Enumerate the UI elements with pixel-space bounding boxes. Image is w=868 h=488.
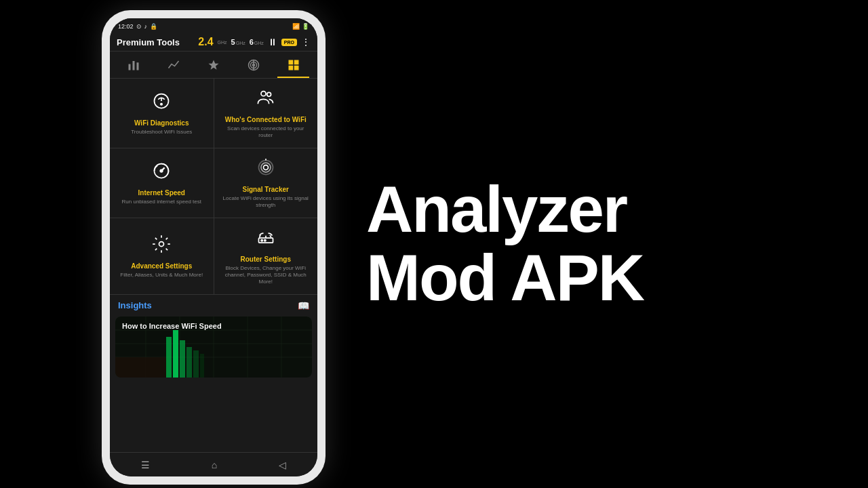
svg-rect-1: [133, 61, 135, 70]
svg-rect-11: [294, 65, 298, 70]
svg-rect-41: [193, 350, 199, 378]
router-settings-title: Router Settings: [241, 256, 291, 263]
nav-back-button[interactable]: ◁: [279, 460, 286, 470]
insights-header: Insights 📖: [110, 294, 317, 317]
internet-speed-desc: Run unbiased internet speed test: [122, 199, 201, 205]
insights-title: Insights: [118, 300, 152, 310]
tab-trend[interactable]: [154, 52, 194, 78]
tab-grid[interactable]: [273, 52, 313, 78]
freq2-item: 5 GHz: [231, 38, 245, 46]
pause-button[interactable]: ⏸: [268, 37, 277, 47]
main-content: WiFi Diagnostics Troubleshoot WiFi Issue…: [110, 79, 317, 452]
router-settings-icon: [256, 228, 275, 251]
svg-point-20: [261, 163, 271, 172]
whos-connected-item[interactable]: Who's Connected to WiFi Scan devices con…: [214, 79, 318, 148]
svg-point-15: [267, 92, 271, 96]
advanced-settings-title: Advanced Settings: [131, 262, 192, 270]
freq1-badge: 2.4: [198, 36, 213, 48]
svg-rect-39: [180, 340, 185, 378]
phone-frame: 12:02 ⊙ ♪ 🔒 📶 🔋 Premium Tools 2.4 GHz: [102, 10, 326, 485]
wifi-diagnostics-desc: Troubleshoot WiFi Issues: [131, 129, 192, 136]
status-lock: 🔒: [150, 23, 157, 30]
advanced-settings-desc: Filter, Aliases, Units & Much More!: [120, 272, 203, 279]
battery-status-icon: 🔋: [302, 23, 309, 30]
internet-speed-icon: [152, 161, 171, 185]
status-time: 12:02: [118, 23, 134, 30]
svg-rect-0: [129, 64, 131, 70]
internet-speed-title: Internet Speed: [138, 189, 185, 197]
phone-screen: 12:02 ⊙ ♪ 🔒 📶 🔋 Premium Tools 2.4 GHz: [110, 18, 317, 476]
signal-tracker-desc: Locate WiFi devices using its signal str…: [221, 195, 311, 209]
tab-bar: [110, 52, 317, 79]
insight-thumbnail: How to Increase WiFi Speed: [115, 317, 312, 378]
nav-home-button[interactable]: ⌂: [212, 460, 217, 470]
freq1-unit: GHz: [218, 40, 227, 45]
advanced-settings-item[interactable]: Advanced Settings Filter, Aliases, Units…: [110, 218, 214, 294]
header-title: Premium Tools: [117, 37, 194, 47]
insight-card-title: How to Increase WiFi Speed: [122, 322, 222, 330]
header-icons: ⏸ PRO ⋮: [268, 37, 311, 47]
bottom-nav: ☰ ⌂ ◁: [110, 452, 317, 476]
svg-rect-9: [294, 60, 298, 64]
right-title-line2: Mod APK: [366, 244, 644, 312]
svg-marker-3: [208, 60, 218, 69]
app-header: Premium Tools 2.4 GHz 5 GHz 6 GHz ⏸ PRO: [110, 33, 317, 52]
svg-point-13: [161, 104, 162, 105]
svg-rect-43: [115, 357, 166, 378]
insights-book-icon[interactable]: 📖: [298, 300, 309, 311]
signal-tracker-icon: [256, 158, 275, 182]
advanced-settings-icon: [152, 235, 171, 258]
signal-tracker-title: Signal Tracker: [243, 186, 289, 193]
wifi-diagnostics-item[interactable]: WiFi Diagnostics Troubleshoot WiFi Issue…: [110, 79, 214, 148]
svg-rect-2: [137, 62, 139, 70]
router-settings-item[interactable]: Router Settings Block Devices, Change yo…: [214, 218, 318, 294]
svg-rect-37: [166, 337, 172, 378]
feature-grid: WiFi Diagnostics Troubleshoot WiFi Issue…: [110, 79, 317, 294]
phone-wrapper: 12:02 ⊙ ♪ 🔒 📶 🔋 Premium Tools 2.4 GHz: [102, 10, 326, 485]
svg-rect-38: [173, 330, 178, 378]
tab-radar[interactable]: [233, 52, 273, 78]
wifi-status-icon: 📶: [292, 23, 300, 30]
svg-point-26: [264, 239, 265, 241]
insight-card[interactable]: How to Increase WiFi Speed: [115, 317, 312, 378]
status-right: 📶 🔋: [292, 23, 309, 30]
svg-rect-40: [186, 347, 192, 378]
tab-chart[interactable]: [114, 52, 154, 78]
svg-point-25: [261, 239, 262, 241]
router-settings-desc: Block Devices, Change your WiFi channel,…: [221, 265, 311, 286]
signal-tracker-item[interactable]: Signal Tracker Locate WiFi devices using…: [214, 148, 318, 218]
status-sound: ♪: [144, 23, 148, 30]
right-title-line1: Analyzer: [366, 176, 627, 244]
nav-menu-button[interactable]: ☰: [141, 460, 150, 470]
svg-rect-10: [288, 65, 293, 70]
svg-point-18: [161, 169, 163, 172]
right-text-area: Analyzer Mod APK: [326, 176, 868, 312]
svg-point-14: [261, 92, 266, 96]
tab-star[interactable]: [194, 52, 234, 78]
status-left: 12:02 ⊙ ♪ 🔒: [118, 23, 157, 30]
svg-rect-8: [288, 60, 293, 64]
whos-connected-icon: [256, 88, 275, 112]
internet-speed-item[interactable]: Internet Speed Run unbiased internet spe…: [110, 148, 214, 218]
status-dot: ⊙: [136, 23, 142, 30]
more-button[interactable]: ⋮: [301, 37, 311, 47]
svg-point-19: [263, 165, 268, 169]
wifi-diagnostics-title: WiFi Diagnostics: [134, 119, 189, 127]
freq3-item: 6 GHz: [250, 38, 264, 46]
whos-connected-title: Who's Connected to WiFi: [225, 116, 307, 123]
whos-connected-desc: Scan devices connected to your router: [221, 125, 311, 140]
pro-badge[interactable]: PRO: [281, 39, 297, 46]
status-bar: 12:02 ⊙ ♪ 🔒 📶 🔋: [110, 18, 317, 33]
svg-rect-42: [200, 354, 204, 378]
wifi-diagnostics-icon: [152, 92, 171, 115]
svg-point-23: [159, 241, 164, 246]
